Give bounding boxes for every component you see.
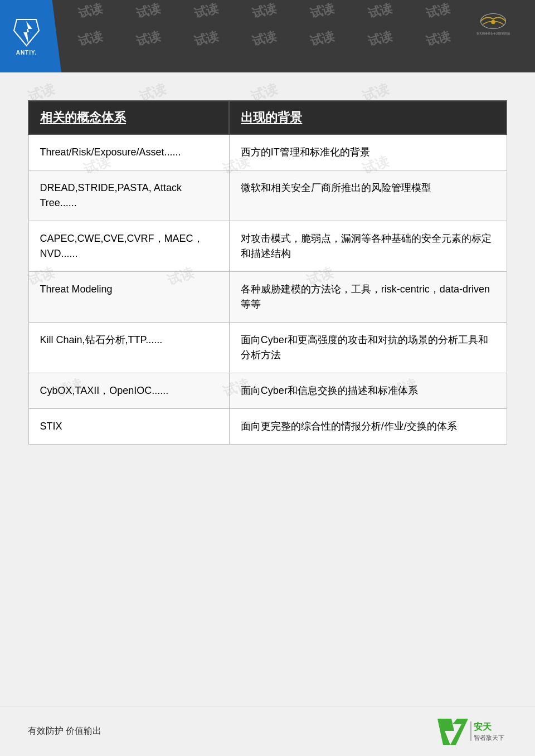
col1-header: 相关的概念体系 xyxy=(28,101,229,134)
svg-text:智者敌天下: 智者敌天下 xyxy=(474,734,504,741)
table-row: CAPEC,CWE,CVE,CVRF，MAEC，NVD......对攻击模式，脆… xyxy=(28,221,507,272)
watermark-4: 试读 xyxy=(250,0,278,22)
concept-table: 相关的概念体系 出现的背景 Threat/Risk/Exposure/Asset… xyxy=(28,100,507,445)
col2-header: 出现的背景 xyxy=(229,101,507,134)
table-cell-left-5: CybOX,TAXII，OpenIOC...... xyxy=(28,373,229,409)
table-cell-left-1: DREAD,STRIDE,PASTA, Attack Tree...... xyxy=(28,170,229,221)
watermark-6: 试读 xyxy=(366,0,394,22)
watermark-7: 试读 xyxy=(424,0,452,22)
watermark-5: 试读 xyxy=(308,0,336,22)
header-right-logo: 安天网络安全冬训营第四届 xyxy=(460,6,527,45)
svg-text:安天网络安全冬训营第四届: 安天网络安全冬训营第四届 xyxy=(476,32,510,35)
watermark-9: 试读 xyxy=(134,28,162,50)
watermark-14: 试读 xyxy=(424,28,452,50)
table-cell-left-0: Threat/Risk/Exposure/Asset...... xyxy=(28,134,229,170)
watermark-3: 试读 xyxy=(192,0,220,22)
table-cell-right-4: 面向Cyber和更高强度的攻击和对抗的场景的分析工具和分析方法 xyxy=(229,323,507,373)
footer-logo-area: 安天 智者敌天下 xyxy=(435,716,507,747)
watermark-13: 试读 xyxy=(366,28,394,50)
table-cell-right-6: 面向更完整的综合性的情报分析/作业/交换的体系 xyxy=(229,409,507,445)
table-cell-left-3: Threat Modeling xyxy=(28,272,229,323)
watermark-8: 试读 xyxy=(76,28,104,50)
footer-logo-icon: 安天 智者敌天下 xyxy=(435,716,507,747)
watermark-10: 试读 xyxy=(192,28,220,50)
antiy-logo-text: ANTIY. xyxy=(16,50,37,56)
watermark-11: 试读 xyxy=(250,28,278,50)
table-cell-right-2: 对攻击模式，脆弱点，漏洞等各种基础的安全元素的标定和描述结构 xyxy=(229,221,507,272)
antiy-logo-icon xyxy=(11,17,42,47)
table-cell-left-2: CAPEC,CWE,CVE,CVRF，MAEC，NVD...... xyxy=(28,221,229,272)
table-cell-left-4: Kill Chain,钻石分析,TTP...... xyxy=(28,323,229,373)
logo-box: ANTIY. xyxy=(0,0,61,72)
table-cell-right-1: 微软和相关安全厂商所推出的风险管理模型 xyxy=(229,170,507,221)
table-cell-left-6: STIX xyxy=(28,409,229,445)
table-cell-right-5: 面向Cyber和信息交换的描述和标准体系 xyxy=(229,373,507,409)
main-content: 试读 试读 试读 试读 试读 试读 试读 试读 试读 试读 试读 试读 试读 试… xyxy=(0,72,535,461)
header-bar: ANTIY. 试读 试读 试读 试读 试读 试读 试读 试读 试读 试读 试读 … xyxy=(0,0,535,72)
table-cell-right-3: 各种威胁建模的方法论，工具，risk-centric，data-driven等等 xyxy=(229,272,507,323)
header-emblem-icon: 安天网络安全冬训营第四届 xyxy=(476,13,510,38)
table-row: STIX面向更完整的综合性的情报分析/作业/交换的体系 xyxy=(28,409,507,445)
table-cell-right-0: 西方的IT管理和标准化的背景 xyxy=(229,134,507,170)
watermark-1: 试读 xyxy=(76,0,104,22)
footer-tagline: 有效防护 价值输出 xyxy=(28,725,101,737)
svg-point-3 xyxy=(491,19,495,24)
watermark-2: 试读 xyxy=(134,0,162,22)
table-row: CybOX,TAXII，OpenIOC......面向Cyber和信息交换的描述… xyxy=(28,373,507,409)
table-row: Threat Modeling各种威胁建模的方法论，工具，risk-centri… xyxy=(28,272,507,323)
table-row: Kill Chain,钻石分析,TTP......面向Cyber和更高强度的攻击… xyxy=(28,323,507,373)
table-row: Threat/Risk/Exposure/Asset......西方的IT管理和… xyxy=(28,134,507,170)
svg-marker-5 xyxy=(437,719,468,745)
svg-text:安天: 安天 xyxy=(473,721,492,731)
watermark-12: 试读 xyxy=(308,28,336,50)
table-row: DREAD,STRIDE,PASTA, Attack Tree......微软和… xyxy=(28,170,507,221)
footer: 有效防护 价值输出 安天 智者敌天下 xyxy=(0,706,535,756)
